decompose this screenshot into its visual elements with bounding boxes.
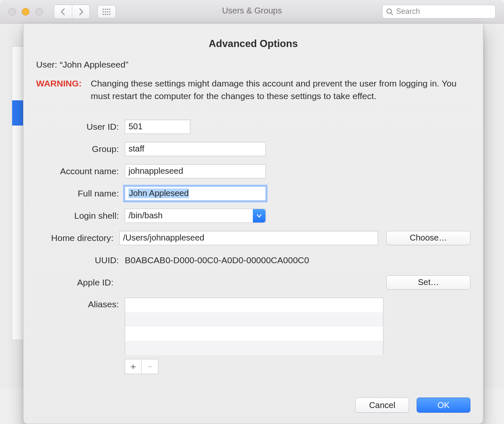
label-account-name: Account name: [36,166,119,176]
svg-point-5 [105,11,106,12]
warning-label: WARNING: [36,77,91,90]
user-label: User: [36,60,57,70]
svg-point-10 [107,13,108,15]
login-shell-dropdown-button[interactable] [253,209,265,222]
svg-point-6 [107,11,108,12]
svg-point-3 [109,8,110,10]
svg-point-4 [102,11,104,12]
warning-row: WARNING: Changing these settings might d… [36,77,470,103]
row-user-id: User ID: [36,120,470,134]
svg-point-1 [105,8,106,10]
cancel-button[interactable]: Cancel [355,398,409,413]
user-id-field[interactable] [125,120,190,134]
label-user-id: User ID: [36,122,119,132]
svg-point-2 [107,8,108,10]
minimize-window-button[interactable] [22,8,29,16]
row-uuid: UUID: B0ABCAB0-D000-00C0-A0D0-00000CA000… [36,253,470,267]
login-shell-combobox[interactable]: /bin/bash [125,209,266,223]
label-full-name: Full name: [36,188,119,199]
aliases-list[interactable] [125,298,383,355]
row-group: Group: [36,142,470,156]
search-field-wrapper[interactable] [382,5,496,18]
svg-point-9 [105,13,106,15]
aliases-row[interactable] [125,298,383,312]
traffic-lights [0,8,43,16]
search-input[interactable] [396,7,492,16]
add-alias-button[interactable]: ＋ [125,359,142,374]
plus-icon: ＋ [129,360,138,373]
back-button[interactable] [54,5,72,18]
forward-button[interactable] [72,5,89,18]
close-window-button[interactable] [8,8,16,16]
label-home-dir: Home directory: [36,233,113,243]
remove-alias-button[interactable]: － [142,359,158,374]
chevron-down-icon [256,214,262,218]
search-icon [386,8,394,16]
full-name-field[interactable]: John Appleseed [125,186,266,201]
row-apple-id: Apple ID: Set… [36,275,470,290]
choose-button[interactable]: Choose… [386,231,470,245]
chevron-left-icon [60,8,66,16]
group-field[interactable] [125,142,266,156]
full-name-selected-text: John Appleseed [129,188,189,198]
set-button[interactable]: Set… [386,275,470,290]
label-login-shell: Login shell: [36,211,119,221]
minus-icon: － [145,360,155,373]
uuid-value: B0ABCAB0-D000-00C0-A0D0-00000CA000C0 [125,255,309,265]
row-login-shell: Login shell: /bin/bash [36,209,470,223]
form: User ID: Group: Account name: Full name:… [36,120,470,374]
svg-point-8 [102,13,104,15]
row-home-dir: Home directory: Choose… [36,231,470,245]
svg-point-7 [109,11,110,12]
row-account-name: Account name: [36,164,470,178]
row-aliases: Aliases: ＋ － [36,298,470,374]
zoom-window-button[interactable] [35,8,43,16]
account-name-field[interactable] [125,164,266,178]
user-row: User: “John Appleseed” [36,60,470,70]
dialog-buttons: Cancel OK [355,398,470,413]
show-all-button[interactable] [97,5,116,18]
window-titlebar: Users & Groups [0,0,504,24]
aliases-add-remove: ＋ － [125,359,158,374]
aliases-row[interactable] [125,341,383,355]
warning-text: Changing these settings might damage thi… [91,77,470,103]
chevron-right-icon [78,8,84,16]
user-value: “John Appleseed” [60,60,128,70]
sheet-title: Advanced Options [36,38,470,50]
ok-button[interactable]: OK [417,398,470,413]
label-apple-id: Apple ID: [36,277,113,288]
label-aliases: Aliases: [36,298,119,309]
aliases-row[interactable] [125,327,383,341]
grid-icon [102,8,111,15]
home-directory-field[interactable] [119,231,378,245]
label-group: Group: [36,144,119,154]
row-full-name: Full name: John Appleseed [36,186,470,201]
login-shell-value: /bin/bash [129,211,163,220]
svg-point-11 [109,13,110,15]
svg-point-0 [102,8,104,10]
aliases-row[interactable] [125,312,383,327]
label-uuid: UUID: [36,255,119,265]
svg-line-13 [391,13,393,14]
nav-segmented-control [54,5,90,19]
advanced-options-sheet: Advanced Options User: “John Appleseed” … [23,24,483,424]
